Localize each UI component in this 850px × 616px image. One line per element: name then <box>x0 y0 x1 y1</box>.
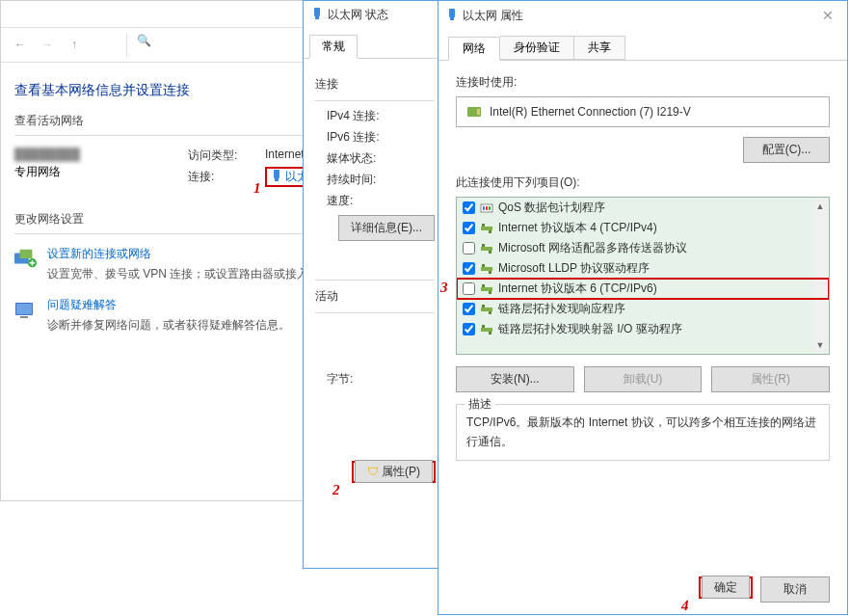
new-connection-icon <box>14 248 38 271</box>
svg-rect-9 <box>315 16 319 19</box>
tab-share[interactable]: 共享 <box>574 36 625 60</box>
svg-rect-27 <box>481 287 492 291</box>
protocol-label: Internet 协议版本 4 (TCP/IPv4) <box>498 220 823 236</box>
protocol-checkbox[interactable] <box>463 222 475 234</box>
cancel-button[interactable]: 取消 <box>760 576 830 603</box>
back-arrow-icon[interactable]: ← <box>7 34 34 57</box>
protocol-item[interactable]: 链路层拓扑发现映射器 I/O 驱动程序 <box>457 319 829 339</box>
configure-button[interactable]: 配置(C)... <box>743 137 830 163</box>
link-troubleshoot[interactable]: 问题疑难解答 <box>47 297 290 313</box>
ipv4-label: IPv4 连接: <box>327 108 413 124</box>
network-type: 专用网络 <box>14 164 159 180</box>
search-icon[interactable]: 🔍 <box>126 34 149 57</box>
protocol-item[interactable]: 链路层拓扑发现响应程序 <box>457 299 829 319</box>
props-title-text: 以太网 属性 <box>463 8 523 24</box>
svg-rect-35 <box>489 332 491 335</box>
up-arrow-icon[interactable]: ↑ <box>61 34 88 57</box>
description-group: 描述 TCP/IPv6。最新版本的 Internet 协议，可以跨多个相互连接的… <box>456 404 830 461</box>
protocol-checkbox[interactable] <box>463 323 475 335</box>
blurred-network-name: ████████ <box>14 147 159 161</box>
protocol-icon <box>480 303 493 316</box>
protocol-label: 链路层拓扑发现响应程序 <box>498 301 823 317</box>
ok-button[interactable]: 确定 <box>702 576 750 599</box>
qos-icon <box>480 201 493 215</box>
duration-label: 持续时间: <box>327 172 413 188</box>
link-new-connection[interactable]: 设置新的连接或网络 <box>47 246 332 262</box>
adapter-name: Intel(R) Ethernet Connection (7) I219-V <box>490 105 691 119</box>
troubleshoot-icon <box>14 299 38 322</box>
link-troubleshoot-desc: 诊断并修复网络问题，或者获得疑难解答信息。 <box>47 316 290 335</box>
protocol-item[interactable]: QoS 数据包计划程序 <box>457 198 829 218</box>
svg-rect-22 <box>482 244 485 247</box>
protocol-checkbox[interactable] <box>463 303 475 315</box>
access-type-value: Internet <box>265 147 305 164</box>
svg-rect-20 <box>489 230 491 233</box>
svg-rect-30 <box>481 308 492 311</box>
protocol-item[interactable]: Microsoft 网络适配器多路传送器协议 <box>457 238 829 258</box>
protocol-label: Internet 协议版本 6 (TCP/IPv6) <box>498 281 823 297</box>
connect-using-label: 连接时使用: <box>456 74 830 91</box>
uninstall-button[interactable]: 卸载(U) <box>584 366 703 392</box>
svg-rect-23 <box>489 251 491 254</box>
protocol-checkbox[interactable] <box>463 201 475 214</box>
protocol-icon <box>480 222 493 235</box>
ethernet-properties-window: 以太网 属性 ✕ 网络 身份验证 共享 连接时使用: Intel(R) Ethe… <box>438 0 848 615</box>
items-label: 此连接使用下列项目(O): <box>456 174 830 191</box>
svg-rect-33 <box>481 328 492 332</box>
details-button[interactable]: 详细信息(E)... <box>338 215 435 241</box>
ethernet-icon <box>271 169 282 185</box>
props-titlebar: 以太网 属性 ✕ <box>438 1 847 30</box>
protocol-item[interactable]: Internet 协议版本 4 (TCP/IPv4) <box>457 218 829 238</box>
svg-rect-32 <box>489 311 491 314</box>
annotation-3: 3 <box>440 280 448 296</box>
protocol-label: Microsoft 网络适配器多路传送器协议 <box>498 240 823 256</box>
shield-icon: 🛡 <box>367 465 379 478</box>
status-tab-strip: 常规 <box>304 28 446 59</box>
svg-rect-16 <box>486 206 488 210</box>
protocol-label: Microsoft LLDP 协议驱动程序 <box>498 260 823 277</box>
svg-rect-0 <box>274 170 279 178</box>
annotation-1: 1 <box>253 180 261 197</box>
protocol-icon <box>480 282 493 296</box>
protocol-item[interactable]: Internet 协议版本 6 (TCP/IPv6) <box>457 279 829 299</box>
ethernet-icon <box>311 7 323 23</box>
tab-network[interactable]: 网络 <box>448 37 500 61</box>
scroll-down-icon[interactable]: ▼ <box>812 337 828 353</box>
close-button[interactable]: ✕ <box>816 8 839 23</box>
protocol-checkbox[interactable] <box>463 242 475 254</box>
svg-rect-3 <box>20 250 33 258</box>
fwd-arrow-icon[interactable]: → <box>34 34 61 57</box>
properties-button-text: 属性(P) <box>382 465 420 478</box>
protocol-icon <box>480 242 493 255</box>
link-new-desc: 设置宽带、拨号或 VPN 连接；或设置路由器或接入点。 <box>47 265 332 283</box>
speed-label: 速度: <box>327 193 413 209</box>
svg-rect-19 <box>482 224 485 227</box>
protocol-label: 链路层拓扑发现映射器 I/O 驱动程序 <box>498 321 823 337</box>
properties-button[interactable]: 🛡属性(P) <box>355 460 433 483</box>
item-properties-button[interactable]: 属性(R) <box>711 366 830 392</box>
status-titlebar: 以太网 状态 <box>304 1 446 28</box>
props-tab-strip: 网络 身份验证 共享 <box>438 30 847 61</box>
install-button[interactable]: 安装(N)... <box>456 366 574 392</box>
section-activity: 活动 <box>315 288 438 305</box>
protocol-icon <box>480 262 493 276</box>
svg-rect-34 <box>482 325 485 328</box>
protocol-label: QoS 数据包计划程序 <box>498 200 823 216</box>
media-label: 媒体状态: <box>327 150 413 167</box>
description-legend: 描述 <box>465 396 495 413</box>
ethernet-status-window: 以太网 状态 常规 连接 IPv4 连接: IPv6 连接: 媒体状态: 持续时… <box>303 0 447 569</box>
tab-auth[interactable]: 身份验证 <box>500 36 574 60</box>
protocol-checkbox[interactable] <box>463 262 475 275</box>
svg-rect-21 <box>481 247 492 251</box>
svg-rect-1 <box>275 178 279 181</box>
svg-rect-7 <box>20 316 28 318</box>
tab-general[interactable]: 常规 <box>309 35 358 59</box>
section-connection: 连接 <box>315 76 438 93</box>
protocol-listbox[interactable]: ▲ ▼ QoS 数据包计划程序Internet 协议版本 4 (TCP/IPv4… <box>456 197 830 355</box>
svg-rect-8 <box>314 8 320 16</box>
svg-rect-18 <box>481 227 492 230</box>
svg-rect-17 <box>489 206 491 210</box>
protocol-checkbox[interactable] <box>463 282 475 295</box>
svg-rect-11 <box>450 17 454 20</box>
protocol-item[interactable]: Microsoft LLDP 协议驱动程序 <box>457 258 829 279</box>
